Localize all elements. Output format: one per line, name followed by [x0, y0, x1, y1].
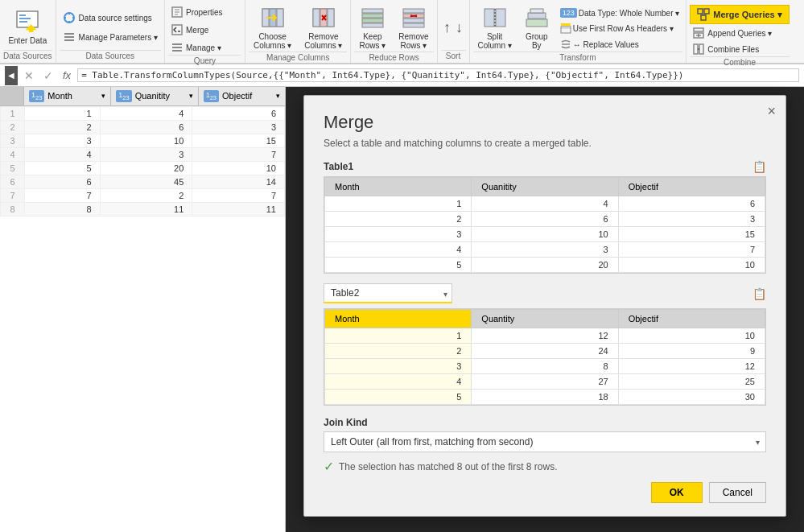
- main-content: 123 Month ▾ 123 Quanitity ▾ 123 Objectif…: [0, 87, 804, 532]
- replace-values-button[interactable]: ↔ Replace Values: [557, 37, 682, 52]
- status-bar: ✓ The selection has matched 8 out of the…: [324, 459, 766, 474]
- table2-row: 3812: [325, 359, 765, 374]
- merge-modal: × Merge Select a table and matching colu…: [303, 95, 786, 517]
- table2-dropdown[interactable]: Table2 Table1: [324, 283, 452, 303]
- table2-row: 51830: [325, 390, 765, 405]
- svg-rect-20: [172, 47, 182, 48]
- choose-columns-label: ChooseColumns ▾: [254, 32, 291, 50]
- remove-columns-label: RemoveColumns ▾: [304, 32, 342, 50]
- table1-container: Month Quanitity Objectif 146263310154375…: [324, 176, 766, 274]
- cancel-button[interactable]: Cancel: [709, 482, 766, 503]
- data-table-row: 881111: [1, 202, 285, 216]
- replace-values-label: ↔ Replace Values: [573, 40, 639, 49]
- svg-rect-49: [561, 23, 571, 26]
- remove-columns-button[interactable]: RemoveColumns ▾: [299, 5, 347, 52]
- table1-row: 146: [325, 196, 765, 212]
- svg-rect-55: [701, 15, 706, 20]
- ribbon-group-combine: Merge Queries ▾ Append Queries ▾ Combine…: [686, 0, 792, 63]
- svg-rect-28: [313, 9, 320, 27]
- table2-col-quantity[interactable]: Quantity: [472, 310, 618, 328]
- keep-rows-button[interactable]: KeepRows ▾: [354, 5, 390, 52]
- manage-query-button[interactable]: Manage ▾: [168, 40, 241, 55]
- group-by-button[interactable]: GroupBy: [518, 5, 555, 52]
- data-source-settings-label: Data source settings: [79, 14, 152, 23]
- status-text: The selection has matched 8 out of the f…: [339, 461, 557, 472]
- sort-desc-button[interactable]: ↓: [454, 18, 464, 38]
- join-kind-dropdown[interactable]: Left Outer (all from first, matching fro…: [324, 431, 766, 452]
- svg-rect-50: [561, 27, 571, 33]
- remove-rows-label: RemoveRows ▾: [398, 32, 428, 50]
- table2-col-month[interactable]: Month: [325, 310, 472, 328]
- svg-rect-3: [19, 21, 27, 23]
- ribbon-group-reduce-rows: KeepRows ▾ RemoveRows ▾ Reduce Rows: [351, 0, 437, 63]
- table1-label: Table1: [324, 161, 353, 172]
- data-type-button[interactable]: 123 Data Type: Whole Number ▾: [557, 6, 682, 19]
- ribbon-group-transform: SplitColumn ▾ GroupBy 123 Data Type: Who…: [470, 0, 687, 63]
- data-table-row: 331015: [1, 134, 285, 147]
- formula-input[interactable]: [77, 68, 799, 82]
- use-first-row-button[interactable]: Use First Row As Headers ▾: [557, 21, 682, 35]
- svg-rect-46: [526, 19, 547, 27]
- table2-copy-icon[interactable]: 📋: [752, 287, 766, 300]
- col-header-quanitity[interactable]: 123 Quanitity ▾: [111, 87, 198, 105]
- merge-queries-button[interactable]: Merge Queries ▾: [690, 5, 789, 24]
- svg-rect-58: [694, 28, 703, 31]
- data-source-settings-button[interactable]: Data source settings: [60, 10, 161, 26]
- append-queries-button[interactable]: Append Queries ▾: [690, 26, 789, 40]
- sort-asc-button[interactable]: ↑: [442, 18, 452, 38]
- enter-data-button[interactable]: Enter Data: [5, 6, 50, 47]
- svg-rect-33: [362, 9, 383, 13]
- manage-parameters-button[interactable]: Manage Parameters ▾: [60, 29, 161, 45]
- table2-container: Month Quantity Objectif 1121022493812427…: [324, 308, 766, 406]
- table1: Month Quanitity Objectif 146263310154375…: [324, 177, 765, 273]
- col-month-label: Month: [47, 91, 72, 101]
- properties-button[interactable]: Properties: [168, 5, 241, 19]
- manage-query-label: Manage ▾: [186, 43, 221, 52]
- append-queries-label: Append Queries ▾: [707, 29, 772, 38]
- table2-row: 11210: [325, 328, 765, 344]
- combine-files-button[interactable]: Combine Files: [690, 42, 789, 56]
- modal-subtitle: Select a table and matching columns to c…: [324, 138, 766, 149]
- formula-cancel-button[interactable]: ✕: [21, 69, 37, 82]
- advanced-editor-button[interactable]: Merge: [168, 23, 241, 37]
- svg-rect-25: [277, 9, 283, 27]
- table1-copy-icon[interactable]: 📋: [752, 160, 766, 173]
- use-first-row-label: Use First Row As Headers ▾: [573, 24, 674, 33]
- table2-col-objectif[interactable]: Objectif: [618, 310, 765, 328]
- formula-confirm-button[interactable]: ✓: [40, 69, 56, 82]
- ribbon-group-label-query: Query: [168, 55, 241, 66]
- svg-rect-44: [496, 9, 505, 27]
- col-header-objectif[interactable]: 123 Objectif ▾: [199, 87, 285, 105]
- ribbon-group-manage-columns: ChooseColumns ▾ RemoveColumns ▾ Manage C…: [245, 0, 352, 63]
- data-table-row: 664514: [1, 175, 285, 188]
- ribbon-group-label-datasources2: Data Sources: [60, 50, 161, 61]
- svg-rect-54: [704, 9, 709, 14]
- table2-row: 2249: [325, 344, 765, 359]
- table1-col-quanitity[interactable]: Quanitity: [472, 178, 618, 196]
- table1-col-objectif[interactable]: Objectif: [618, 178, 765, 196]
- split-column-button[interactable]: SplitColumn ▾: [473, 5, 517, 52]
- svg-rect-35: [362, 19, 383, 23]
- split-column-label: SplitColumn ▾: [478, 32, 512, 50]
- svg-rect-12: [64, 39, 74, 41]
- svg-rect-30: [328, 9, 334, 27]
- status-check-icon: ✓: [324, 459, 334, 474]
- modal-overlay: × Merge Select a table and matching colu…: [286, 87, 804, 532]
- ribbon-group-label-combine: Combine: [690, 56, 789, 68]
- svg-rect-53: [698, 9, 703, 14]
- table1-row: 52010: [325, 258, 765, 273]
- formula-fx-label: fx: [60, 69, 74, 81]
- svg-rect-47: [528, 13, 546, 19]
- ribbon-group-label-manage-cols: Manage Columns: [249, 52, 348, 63]
- ribbon-group-enter-data: Enter Data Data Sources: [0, 0, 56, 63]
- col-header-month[interactable]: 123 Month ▾: [24, 87, 111, 105]
- table1-col-month[interactable]: Month: [325, 178, 472, 196]
- modal-close-button[interactable]: ×: [767, 104, 776, 118]
- ribbon-group-sort: ↑ ↓ Sort: [438, 0, 470, 63]
- modal-title: Merge: [324, 112, 766, 133]
- collapse-panel-button[interactable]: ◀: [5, 66, 18, 85]
- choose-columns-button[interactable]: ChooseColumns ▾: [249, 5, 296, 52]
- svg-rect-43: [484, 9, 494, 27]
- remove-rows-button[interactable]: RemoveRows ▾: [394, 5, 433, 52]
- ok-button[interactable]: OK: [651, 482, 703, 503]
